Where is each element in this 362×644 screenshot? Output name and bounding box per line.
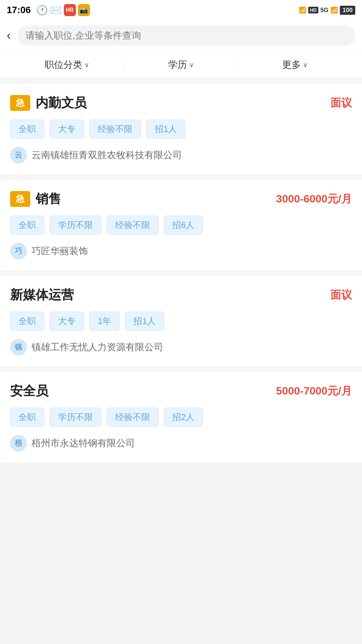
company-avatar: 镇 [10,339,27,356]
company-name: 镇雄工作无忧人力资源有限公司 [32,341,163,354]
job-title: 安全员 [10,382,48,400]
job-salary: 面议 [330,96,352,110]
filter-bar: 职位分类 ∨ 学历 ∨ 更多 ∨ [0,52,362,78]
urgent-badge: 急 [10,95,30,111]
job-header: 新媒体运营 面议 [10,286,352,304]
job-title-area: 新媒体运营 [10,286,74,304]
filter-position[interactable]: 职位分类 ∨ [10,58,124,71]
job-list: 急 内勤文员 面议 全职大专经验不限招1人 云 云南镇雄恒青双胜农牧科技有限公司… [0,78,362,462]
filter-education-label: 学历 [168,58,187,71]
job-card-3[interactable]: 安全员 5000-7000元/月 全职学历不限经验不限招2人 梧 梧州市永达特钢… [0,372,362,462]
job-tags: 全职学历不限经验不限招6人 [10,216,352,235]
job-tag: 学历不限 [50,216,101,235]
clock-app-icon: 🕐 [36,5,48,16]
signal-area: 📶 HD 5G 📶 100 [299,6,355,15]
company-avatar: 梧 [10,435,27,452]
job-header: 急 内勤文员 面议 [10,94,352,111]
job-title: 新媒体运营 [10,286,74,304]
job-tag: 大专 [50,312,84,331]
job-tag: 全职 [10,312,44,331]
company-row: 镇 镇雄工作无忧人力资源有限公司 [10,339,352,356]
job-tags: 全职学历不限经验不限招2人 [10,408,352,427]
job-title: 销售 [36,190,61,208]
status-time: 17:06 [7,5,31,15]
company-avatar: 巧 [10,243,27,260]
filter-position-label: 职位分类 [45,58,82,71]
job-tag: 全职 [10,216,44,235]
job-tag: 经验不限 [107,408,159,427]
filter-education[interactable]: 学历 ∨ [124,58,238,71]
job-tag: 全职 [10,408,44,427]
job-card-1[interactable]: 急 销售 3000-6000元/月 全职学历不限经验不限招6人 巧 巧匠华丽装饰 [0,180,362,270]
battery-indicator: 100 [340,6,355,15]
job-header: 安全员 5000-7000元/月 [10,382,352,400]
company-row: 梧 梧州市永达特钢有限公司 [10,435,352,452]
chevron-down-icon-2: ∨ [189,61,194,69]
company-row: 云 云南镇雄恒青双胜农牧科技有限公司 [10,147,352,164]
job-tags: 全职大专1年招1人 [10,312,352,331]
hd-badge: HD [308,7,318,13]
job-tag: 招1人 [146,120,185,139]
job-title-area: 急 内勤文员 [10,94,87,111]
job-title-area: 急 销售 [10,190,61,208]
job-salary: 面议 [330,288,352,303]
filter-more[interactable]: 更多 ∨ [238,58,352,71]
search-input[interactable] [17,26,355,46]
photo-app-icon: 📸 [78,4,90,16]
job-card-0[interactable]: 急 内勤文员 面议 全职大专经验不限招1人 云 云南镇雄恒青双胜农牧科技有限公司 [0,84,362,174]
company-name: 云南镇雄恒青双胜农牧科技有限公司 [32,149,182,162]
job-header: 急 销售 3000-6000元/月 [10,190,352,208]
job-tag: 招1人 [125,312,164,331]
signal-bars-icon: 📶 [299,6,306,14]
job-salary: 5000-7000元/月 [276,384,352,399]
company-row: 巧 巧匠华丽装饰 [10,243,352,260]
job-tag: 1年 [89,312,120,331]
chevron-down-icon: ∨ [84,61,89,69]
filter-more-label: 更多 [282,58,301,71]
status-bar: 17:06 🕐 ✉️ HR 📸 📶 HD 5G 📶 100 [0,0,362,20]
job-tags: 全职大专经验不限招1人 [10,120,352,139]
mail-app-icon: ✉️ [50,5,62,16]
job-tag: 学历不限 [50,408,101,427]
job-tag: 招6人 [164,216,203,235]
job-tag: 经验不限 [107,216,159,235]
wifi-icon: 📶 [330,6,338,14]
job-card-2[interactable]: 新媒体运营 面议 全职大专1年招1人 镇 镇雄工作无忧人力资源有限公司 [0,276,362,366]
company-name: 梧州市永达特钢有限公司 [32,437,135,450]
search-bar-container: ‹ [0,20,362,51]
job-tag: 经验不限 [89,120,141,139]
company-name: 巧匠华丽装饰 [32,245,88,258]
job-salary: 3000-6000元/月 [276,192,352,206]
urgent-badge: 急 [10,191,30,207]
5g-icon: 5G [320,7,328,14]
back-button[interactable]: ‹ [7,29,11,43]
hir-app-icon: HR [64,4,76,16]
app-icons: 🕐 ✉️ HR 📸 [36,4,90,16]
chevron-down-icon-3: ∨ [303,61,308,69]
job-title-area: 安全员 [10,382,48,400]
job-tag: 招2人 [164,408,203,427]
job-tag: 全职 [10,120,44,139]
job-tag: 大专 [50,120,84,139]
job-title: 内勤文员 [36,94,87,111]
company-avatar: 云 [10,147,27,164]
